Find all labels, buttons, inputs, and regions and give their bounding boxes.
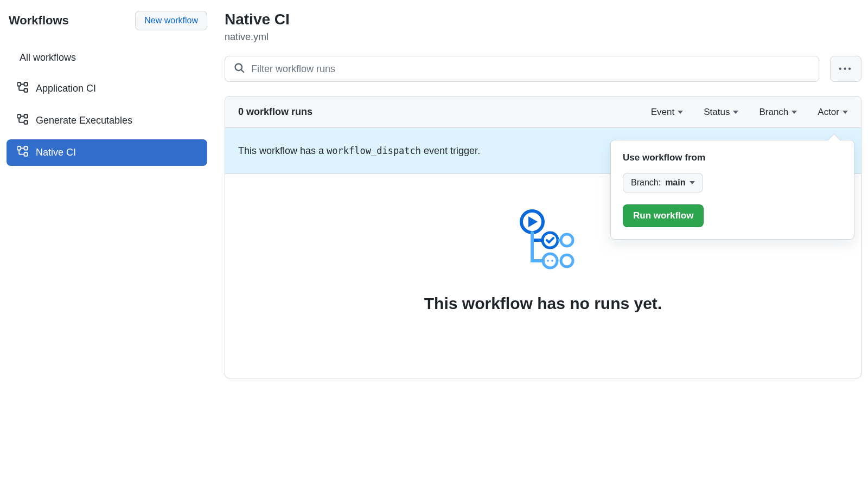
sidebar-item-all-workflows[interactable]: All workflows — [7, 46, 207, 70]
sidebar-header: Workflows New workflow — [7, 11, 207, 30]
sidebar-item-generate-executables[interactable]: Generate Executables — [7, 107, 207, 134]
runs-header: 0 workflow runs EventStatusBranchActor — [225, 97, 861, 128]
sidebar-item-label: Native CI — [36, 147, 76, 158]
run-workflow-button[interactable]: Run workflow — [623, 204, 704, 227]
svg-rect-9 — [24, 146, 28, 150]
svg-marker-15 — [528, 216, 538, 227]
runs-filters: EventStatusBranchActor — [651, 107, 848, 118]
branch-select[interactable]: Branch: main — [623, 173, 703, 192]
svg-line-13 — [241, 70, 244, 73]
filter-label: Branch — [759, 107, 788, 118]
dispatch-code: workflow_dispatch — [327, 145, 421, 156]
svg-point-12 — [235, 64, 242, 71]
caret-down-icon — [690, 181, 695, 184]
caret-down-icon — [678, 111, 683, 114]
runs-count: 0 workflow runs — [238, 106, 312, 118]
filter-branch[interactable]: Branch — [759, 107, 797, 118]
svg-rect-10 — [24, 153, 28, 156]
sidebar-item-label: All workflows — [20, 52, 76, 63]
popover-title: Use workflow from — [623, 152, 842, 163]
filter-label: Status — [704, 107, 730, 118]
sidebar-item-native-ci[interactable]: Native CI — [7, 139, 207, 166]
filter-event[interactable]: Event — [651, 107, 683, 118]
filter-label: Actor — [818, 107, 839, 118]
svg-rect-4 — [17, 114, 21, 118]
workflow-icon — [17, 114, 28, 127]
svg-point-22 — [561, 255, 573, 267]
sidebar-item-application-ci[interactable]: Application CI — [7, 75, 207, 102]
filter-actor[interactable]: Actor — [818, 107, 848, 118]
new-workflow-button[interactable]: New workflow — [135, 11, 207, 30]
filter-row: ••• — [225, 56, 861, 82]
svg-rect-2 — [24, 89, 28, 92]
search-icon — [234, 62, 245, 75]
filter-label: Event — [651, 107, 674, 118]
page-title: Native CI — [225, 11, 861, 28]
filter-status[interactable]: Status — [704, 107, 738, 118]
sidebar-item-label: Generate Executables — [36, 115, 132, 126]
svg-point-20 — [547, 260, 549, 262]
branch-label: Branch: — [631, 178, 661, 188]
dispatch-text: This workflow has a workflow_dispatch ev… — [238, 145, 480, 157]
caret-down-icon — [843, 111, 848, 114]
svg-point-19 — [543, 254, 557, 268]
svg-point-17 — [561, 234, 573, 246]
svg-rect-5 — [24, 114, 28, 118]
svg-rect-8 — [17, 146, 21, 150]
workflow-icon — [510, 207, 576, 272]
filter-input[interactable] — [251, 63, 810, 75]
svg-rect-6 — [24, 121, 28, 124]
workflow-icon — [17, 82, 28, 95]
branch-name: main — [665, 178, 685, 188]
filter-input-wrap[interactable] — [225, 56, 819, 82]
sidebar-title: Workflows — [9, 14, 69, 28]
svg-rect-1 — [24, 82, 28, 86]
sidebar-list: All workflowsApplication CIGenerate Exec… — [7, 46, 207, 166]
main: Native CI native.yml ••• 0 workflow runs… — [225, 11, 861, 378]
more-options-button[interactable]: ••• — [830, 56, 861, 82]
empty-title: This workflow has no runs yet. — [236, 294, 850, 313]
run-workflow-popover: Use workflow from Branch: main Run workf… — [610, 140, 854, 240]
dispatch-text-suffix: event trigger. — [421, 145, 480, 156]
kebab-icon: ••• — [839, 64, 853, 74]
svg-rect-0 — [17, 82, 21, 86]
sidebar: Workflows New workflow All workflowsAppl… — [7, 11, 207, 378]
workflow-icon — [17, 146, 28, 159]
workflow-filename: native.yml — [225, 31, 861, 43]
dispatch-text-prefix: This workflow has a — [238, 145, 327, 156]
sidebar-item-label: Application CI — [36, 83, 96, 94]
caret-down-icon — [792, 111, 797, 114]
caret-down-icon — [733, 111, 738, 114]
runs-panel: 0 workflow runs EventStatusBranchActor T… — [225, 96, 861, 378]
svg-point-21 — [551, 260, 553, 262]
